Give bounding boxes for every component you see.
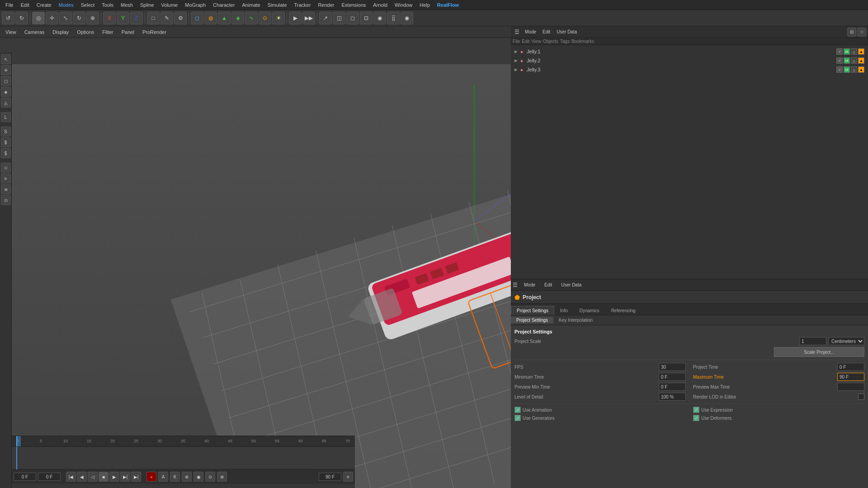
display-menu[interactable]: Display bbox=[49, 28, 72, 36]
polygon-icon[interactable]: ▲ bbox=[218, 12, 231, 24]
menu-mesh[interactable]: Mesh bbox=[117, 2, 137, 8]
left-tool-11[interactable]: ≡ bbox=[1, 174, 11, 183]
subtab-key-interpolation[interactable]: Key Interpolation bbox=[553, 317, 598, 324]
prorender-menu[interactable]: ProRender bbox=[139, 28, 170, 36]
menu-help[interactable]: Help bbox=[416, 2, 434, 8]
left-tool-9[interactable]: $ bbox=[1, 148, 11, 158]
settings-icon[interactable]: ⚙ bbox=[174, 12, 187, 24]
frame-end-field[interactable] bbox=[319, 473, 341, 481]
transform-icon[interactable]: ⊕ bbox=[86, 12, 99, 24]
tab-referencing[interactable]: Referencing bbox=[605, 306, 642, 315]
subtab-project-settings[interactable]: Project Settings bbox=[511, 317, 553, 324]
use-generators-checkbox[interactable]: ✓ bbox=[514, 415, 521, 421]
om-edit-menu[interactable]: Edit bbox=[540, 28, 553, 35]
left-tool-6[interactable]: L bbox=[1, 112, 11, 122]
menu-tools[interactable]: Tools bbox=[98, 2, 117, 8]
menu-create[interactable]: Create bbox=[33, 2, 55, 8]
left-tool-10[interactable]: ⊂ bbox=[1, 163, 11, 173]
step-back-button[interactable]: ◀ bbox=[77, 472, 87, 482]
filter-menu[interactable]: Filter bbox=[99, 28, 117, 36]
auto-key-button[interactable]: A bbox=[158, 472, 168, 482]
props-hamburger-icon[interactable]: ☰ bbox=[513, 282, 518, 288]
tab-project-settings[interactable]: Project Settings bbox=[511, 306, 554, 315]
fps-field[interactable] bbox=[659, 363, 686, 371]
menu-volume[interactable]: Volume bbox=[158, 2, 182, 8]
deformer-icon[interactable]: ◈ bbox=[231, 12, 244, 24]
left-tool-2[interactable]: ✛ bbox=[1, 65, 11, 75]
key-button[interactable]: K bbox=[170, 472, 180, 482]
menu-edit[interactable]: Edit bbox=[17, 2, 33, 8]
poly-select-icon[interactable]: ◫ bbox=[333, 12, 345, 24]
use-animation-checkbox[interactable]: ✓ bbox=[514, 407, 521, 413]
axis-x-button[interactable]: X bbox=[103, 12, 116, 24]
timeline-options-3[interactable]: ⊙ bbox=[205, 472, 215, 482]
left-tool-5[interactable]: ◬ bbox=[1, 98, 11, 108]
light-icon[interactable]: ☀ bbox=[272, 12, 285, 24]
select-mode-icon[interactable]: ↗ bbox=[319, 12, 332, 24]
cube-icon[interactable]: ◻ bbox=[191, 12, 203, 24]
render-icon[interactable]: ▶▶ bbox=[302, 12, 315, 24]
sculpt-icon[interactable]: ◉ bbox=[373, 12, 386, 24]
cameras-menu[interactable]: Cameras bbox=[21, 28, 48, 36]
scale-icon[interactable]: ⤡ bbox=[59, 12, 72, 24]
object-jelly2[interactable]: ▶ ● Jelly.2 ✓ M △ ▲ bbox=[513, 56, 866, 65]
timeline-expand-button[interactable]: ≡ bbox=[343, 472, 353, 482]
project-scale-unit-dropdown[interactable]: Centimeters Meters Millimeters Inches bbox=[828, 337, 864, 345]
rotate-icon[interactable]: ↻ bbox=[73, 12, 85, 24]
menu-spline[interactable]: Spline bbox=[137, 2, 158, 8]
props-userdata-menu[interactable]: User Data bbox=[558, 282, 584, 288]
menu-realflow[interactable]: RealFlow bbox=[434, 2, 462, 8]
left-tool-13[interactable]: ⊙ bbox=[1, 195, 11, 205]
stop-button[interactable]: ■ bbox=[99, 472, 108, 482]
move-icon[interactable]: ✛ bbox=[46, 12, 58, 24]
menu-arnold[interactable]: Arnold bbox=[369, 2, 391, 8]
max-time-field[interactable] bbox=[837, 373, 864, 381]
boole-icon[interactable]: ◉ bbox=[401, 12, 413, 24]
timeline-track[interactable] bbox=[12, 447, 355, 469]
menu-character[interactable]: Character bbox=[209, 2, 238, 8]
left-tool-8[interactable]: $ bbox=[1, 137, 11, 147]
project-scale-field[interactable] bbox=[799, 337, 826, 345]
left-tool-1[interactable]: ↖ bbox=[1, 54, 11, 64]
om-mode-menu[interactable]: Mode bbox=[522, 28, 539, 35]
menu-extensions[interactable]: Extensions bbox=[338, 2, 369, 8]
tab-dynamics[interactable]: Dynamics bbox=[574, 306, 605, 315]
play-back-button[interactable]: ◁ bbox=[88, 472, 98, 482]
step-forward-button[interactable]: ▶| bbox=[120, 472, 130, 482]
menu-simulate[interactable]: Simulate bbox=[264, 2, 291, 8]
object-jelly1[interactable]: ▶ ● Jelly.1 ✓ M △ ▲ bbox=[513, 47, 866, 56]
menu-file[interactable]: File bbox=[2, 2, 17, 8]
use-expression-checkbox[interactable]: ✓ bbox=[693, 407, 699, 413]
edge-select-icon[interactable]: ◻ bbox=[346, 12, 359, 24]
paint-icon[interactable]: ✎ bbox=[160, 12, 173, 24]
left-tool-4[interactable]: ◈ bbox=[1, 87, 11, 97]
spline-icon[interactable]: ∿ bbox=[245, 12, 258, 24]
live-selection-icon[interactable]: ◎ bbox=[32, 12, 45, 24]
render-lod-checkbox[interactable] bbox=[858, 394, 864, 400]
use-deformers-checkbox[interactable]: ✓ bbox=[693, 415, 699, 421]
om-hamburger-icon[interactable]: ☰ bbox=[513, 28, 521, 36]
object-jelly3[interactable]: ▶ ● Jelly.3 ✓ M △ ▲ bbox=[513, 65, 866, 74]
frame-current-field[interactable] bbox=[38, 473, 61, 481]
tab-info[interactable]: Info bbox=[554, 306, 574, 315]
preview-max-field[interactable] bbox=[837, 383, 864, 391]
menu-render[interactable]: Render bbox=[314, 2, 338, 8]
timeline-options-2[interactable]: ◉ bbox=[193, 472, 203, 482]
props-mode-menu[interactable]: Mode bbox=[521, 282, 538, 288]
menu-modes[interactable]: Modes bbox=[55, 2, 77, 8]
frame-min-field[interactable] bbox=[14, 473, 36, 481]
menu-mograph[interactable]: MoGraph bbox=[181, 2, 209, 8]
om-userdata-menu[interactable]: User Data bbox=[554, 28, 580, 35]
point-select-icon[interactable]: ⊡ bbox=[360, 12, 373, 24]
redo-icon[interactable]: ↻ bbox=[15, 12, 28, 24]
left-tool-3[interactable]: ◻ bbox=[1, 76, 11, 86]
goto-end-button[interactable]: ▶| bbox=[131, 472, 141, 482]
panel-menu[interactable]: Panel bbox=[118, 28, 138, 36]
lod-field[interactable] bbox=[659, 393, 686, 401]
timeline-options-4[interactable]: ⊗ bbox=[217, 472, 227, 482]
menu-tracker[interactable]: Tracker bbox=[291, 2, 315, 8]
left-tool-12[interactable]: ≋ bbox=[1, 184, 11, 194]
axis-y-button[interactable]: Y bbox=[117, 12, 129, 24]
menu-window[interactable]: Window bbox=[391, 2, 416, 8]
options-menu[interactable]: Options bbox=[73, 28, 98, 36]
